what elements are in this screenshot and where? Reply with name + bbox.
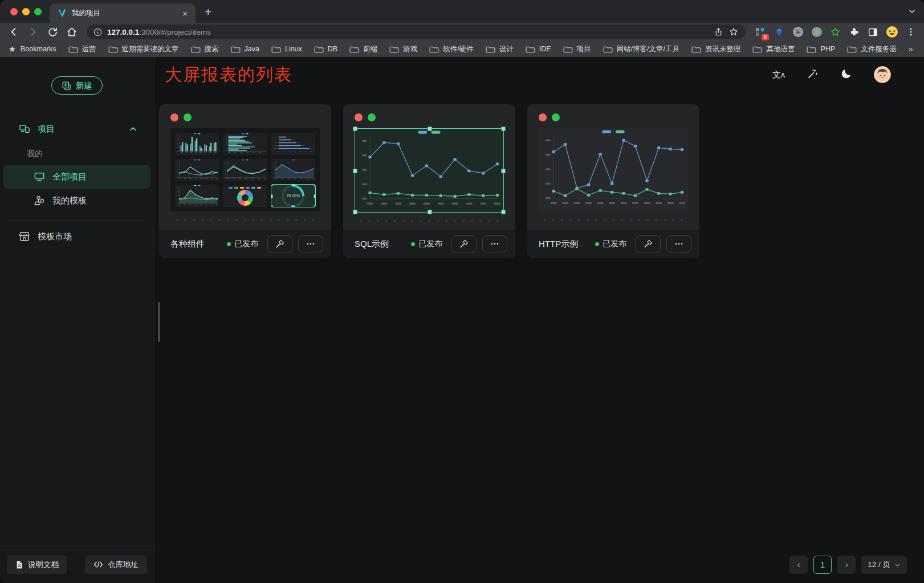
projects-icon — [19, 124, 30, 134]
browser-menu-icon[interactable] — [903, 25, 918, 40]
document-icon — [15, 560, 23, 569]
sidebar-item-my-templates[interactable]: 我的模板 — [0, 189, 154, 213]
forward-button[interactable] — [25, 24, 41, 40]
bookmark-folder[interactable]: 资讯未整理 — [691, 44, 741, 54]
next-page-button[interactable]: › — [837, 556, 856, 574]
user-avatar[interactable] — [874, 66, 891, 83]
prev-page-button[interactable]: ‹ — [789, 556, 808, 574]
bookmark-label: 其他语言 — [766, 44, 795, 54]
more-actions-button[interactable] — [482, 235, 507, 252]
more-actions-button[interactable] — [298, 235, 323, 252]
bookmark-label: IDE — [539, 45, 551, 53]
bookmark-folder[interactable]: 设计 — [486, 44, 514, 54]
status-dot — [595, 242, 599, 246]
bookmark-folder[interactable]: 网站/博客/文章/工具 — [603, 44, 679, 54]
more-actions-button[interactable] — [666, 235, 691, 252]
bookmark-folder[interactable]: 软件/硬件 — [429, 44, 473, 54]
bookmark-label: 资讯未整理 — [705, 44, 741, 54]
bookmark-star-icon[interactable] — [728, 27, 739, 37]
extensions-puzzle-icon[interactable] — [846, 25, 862, 40]
back-button[interactable] — [6, 24, 22, 40]
reload-button[interactable] — [44, 24, 60, 40]
bookmark-folder[interactable]: 其他语言 — [752, 44, 795, 54]
project-title: SQL示例 — [355, 239, 389, 250]
card-footer: SQL示例 已发布 — [343, 230, 515, 258]
mini-bar-chart — [175, 133, 219, 155]
extension-green-star-icon[interactable] — [828, 25, 843, 40]
status-dot — [227, 242, 231, 246]
new-project-label: 新建 — [76, 80, 92, 91]
magic-wand-icon[interactable] — [807, 68, 819, 82]
zoom-window-button[interactable] — [34, 8, 42, 15]
project-card-components[interactable]: 25.00% 各种组件 已发布 — [159, 104, 331, 258]
folder-icon — [603, 45, 613, 53]
bookmarks-manager-item[interactable]: Bookmarks — [8, 45, 56, 54]
status-dot — [411, 242, 415, 246]
thumbnail-dot-row — [542, 219, 685, 221]
ellipsis-icon — [674, 239, 683, 248]
bookmarks-overflow-icon[interactable]: » — [909, 44, 913, 54]
current-page-button[interactable]: 1 — [813, 556, 832, 574]
extension-tabs-icon[interactable]: 9 — [752, 25, 768, 40]
bookmark-label: 设计 — [499, 44, 514, 54]
bookmark-folder[interactable]: 搜索 — [191, 44, 219, 54]
edit-project-button[interactable] — [636, 235, 661, 252]
bookmark-folder[interactable]: Linux — [271, 45, 302, 53]
hammer-icon — [459, 239, 469, 249]
edit-project-button[interactable] — [451, 235, 477, 252]
bookmark-label: 网站/博客/文章/工具 — [617, 44, 679, 54]
close-tab-icon[interactable]: × — [180, 9, 190, 18]
project-card-sql[interactable]: SQL示例 已发布 — [343, 104, 515, 258]
bookmark-folder[interactable]: Java — [231, 45, 259, 53]
repo-label: 仓库地址 — [108, 560, 139, 570]
bookmark-folder[interactable]: PHP — [807, 45, 835, 53]
close-window-button[interactable] — [10, 8, 18, 15]
site-info-icon[interactable] — [93, 28, 102, 36]
edit-project-button[interactable] — [267, 235, 292, 252]
side-panel-icon[interactable] — [865, 25, 881, 40]
profile-emoji-avatar[interactable] — [884, 25, 899, 40]
new-project-button[interactable]: 新建 — [51, 76, 103, 95]
bookmark-folder[interactable]: IDE — [526, 45, 551, 53]
docs-label: 说明文档 — [28, 560, 59, 570]
bookmark-folder[interactable]: 运营 — [68, 44, 96, 54]
bookmark-folder[interactable]: 文件服务器 — [847, 44, 897, 54]
sidebar-item-template-market[interactable]: 模板市场 — [0, 225, 154, 248]
extension-gem-icon[interactable] — [771, 25, 787, 40]
bookmark-folder[interactable]: 游戏 — [389, 44, 417, 54]
page-size-select[interactable]: 12 / 页 — [861, 556, 907, 574]
project-card-http[interactable]: HTTP示例 已发布 — [527, 104, 699, 258]
bookmark-folder[interactable]: 近期需要读的文章 — [108, 44, 179, 54]
bookmark-label: 运营 — [82, 44, 96, 54]
repo-button[interactable]: 仓库地址 — [85, 555, 147, 574]
mini-gauge-chart-selected: 25.00% — [271, 185, 315, 207]
dark-mode-moon-icon[interactable] — [840, 68, 852, 82]
sidebar-item-all-projects[interactable]: 全部项目 — [3, 165, 150, 189]
scrollbar-thumb[interactable] — [158, 302, 160, 342]
storefront-icon — [19, 231, 30, 242]
extension-record-icon[interactable] — [809, 25, 824, 40]
address-bar[interactable]: 127.0.0.1:3000/#/project/items — [87, 25, 746, 39]
folder-icon — [68, 45, 78, 53]
chevron-up-icon[interactable] — [129, 125, 137, 133]
sidebar: 新建 项目 我的 全部项目 我的模板 模板市场 — [0, 57, 154, 583]
browser-tab[interactable]: 我的项目 × — [50, 3, 196, 23]
folder-icon — [807, 45, 816, 53]
share-icon[interactable] — [714, 27, 723, 37]
extension-command-icon[interactable]: ⌘ — [790, 25, 805, 40]
folder-icon — [752, 45, 762, 53]
language-toggle-icon[interactable]: 文A — [772, 70, 785, 80]
mini-area-chart — [271, 159, 315, 181]
bookmark-folder[interactable]: 前端 — [349, 44, 377, 54]
new-tab-button[interactable]: + — [205, 6, 211, 18]
tab-search-chevron-icon[interactable] — [908, 7, 916, 15]
folder-icon — [108, 45, 118, 53]
folder-icon — [349, 45, 359, 53]
bookmark-folder[interactable]: DB — [314, 45, 337, 53]
bookmark-folder[interactable]: 项目 — [563, 44, 591, 54]
minimize-window-button[interactable] — [22, 8, 30, 15]
home-button[interactable] — [64, 24, 80, 40]
docs-button[interactable]: 说明文档 — [7, 555, 67, 574]
card-footer: 各种组件 已发布 — [159, 230, 331, 258]
sidebar-item-projects[interactable]: 项目 — [0, 117, 154, 141]
